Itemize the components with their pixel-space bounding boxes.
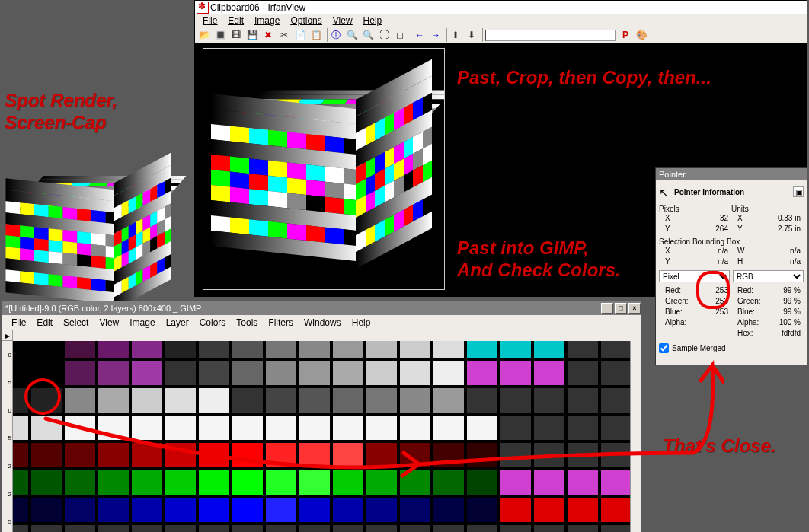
green-label: Green: <box>659 296 689 307</box>
thumbnail-area <box>0 145 194 297</box>
iv-paste-icon[interactable]: 📋 <box>309 28 324 42</box>
red-pct-value: 99 % <box>783 285 804 296</box>
gimp-menu-select[interactable]: Select <box>59 316 93 330</box>
iv-menu-edit[interactable]: Edit <box>223 15 248 26</box>
iv-zoomin-icon[interactable]: 🔍 <box>344 28 360 42</box>
alpha-pct-label: Alpha: <box>731 317 759 328</box>
gimp-menu-tools[interactable]: Tools <box>232 316 262 330</box>
gimp-menu-image[interactable]: Image <box>125 316 159 330</box>
gimp-ruler-vertical[interactable]: 0505225 <box>2 341 13 532</box>
iv-open-icon[interactable]: 📂 <box>197 28 212 42</box>
iv-menu-view[interactable]: View <box>328 15 357 26</box>
iv-menu-options[interactable]: Options <box>286 15 326 26</box>
iv-separator <box>480 28 483 42</box>
iv-copy-icon[interactable]: 📄 <box>293 28 308 42</box>
iv-menu-help[interactable]: Help <box>359 15 387 26</box>
iv-cut-icon[interactable]: ✂ <box>277 28 292 42</box>
iv-separator <box>408 28 411 42</box>
gimp-menu-layer[interactable]: Layer <box>161 316 193 330</box>
x-units-label: X <box>731 213 743 224</box>
x-label: X <box>659 213 670 224</box>
gimp-canvas[interactable] <box>13 341 630 532</box>
iv-zoomout-icon[interactable]: 🔍 <box>360 28 376 42</box>
iv-left-icon[interactable]: ← <box>412 28 427 42</box>
y-pixel-value: 264 <box>715 224 731 234</box>
blue-label: Blue: <box>659 307 683 317</box>
iv-menu-file[interactable]: File <box>198 15 222 26</box>
pixel-grid <box>13 341 630 532</box>
gimp-menu-filters[interactable]: Filters <box>264 316 298 330</box>
sel-x-value: n/a <box>718 246 731 256</box>
gimp-close-button[interactable]: × <box>628 303 641 314</box>
iv-right-icon[interactable]: → <box>428 28 443 42</box>
green-pct-value: 99 % <box>783 296 804 307</box>
gimp-menu-edit[interactable]: Edit <box>32 316 57 330</box>
sel-h-value: n/a <box>790 256 804 267</box>
rgb-mode-select[interactable]: RGB <box>733 270 804 282</box>
green-pct-label: Green: <box>731 296 761 307</box>
x-units-value: 0.33 in <box>778 213 804 224</box>
red-value: 253 <box>715 285 731 296</box>
gimp-ruler-origin[interactable]: ▸ <box>2 330 13 341</box>
irfanview-icon <box>197 2 209 14</box>
gimp-window: *[Untitled]-9.0 (RGB color, 2 layers) 80… <box>2 301 641 532</box>
hex-label: Hex: <box>731 328 753 339</box>
x-pixel-value: 32 <box>720 213 731 224</box>
iv-up-icon[interactable]: ⬆ <box>448 28 463 42</box>
pixel-mode-select[interactable]: Pixel <box>659 270 730 282</box>
iv-p-icon[interactable]: P <box>618 28 633 42</box>
iv-slideshow-icon[interactable]: 🎞 <box>229 28 244 42</box>
annotation-past-crop: Past, Crop, then Copy, then... <box>457 67 711 89</box>
hex-value: fdfdfd <box>782 328 804 339</box>
blue-pct-value: 99 % <box>783 307 804 317</box>
iv-menu-image[interactable]: Image <box>250 15 284 26</box>
gimp-menu-colors[interactable]: Colors <box>195 316 231 330</box>
pointer-collapse-button[interactable]: ▣ <box>793 186 804 197</box>
cube-render <box>203 49 444 289</box>
gimp-menu-file[interactable]: File <box>7 316 30 330</box>
pointer-titlebar[interactable]: Pointer <box>656 168 807 180</box>
gimp-maximize-button[interactable]: □ <box>615 303 627 314</box>
gimp-menu-help[interactable]: Help <box>347 316 376 330</box>
gimp-scrollbar-vertical[interactable] <box>630 341 641 532</box>
irfanview-toolbar: 📂 🔳 🎞 💾 ✖ ✂ 📄 📋 ⓘ 🔍 🔍 ⛶ ◻ ← → ⬆ ⬇ P 🎨 <box>195 27 807 43</box>
red-label: Red: <box>659 285 681 296</box>
gimp-menu-view[interactable]: View <box>94 316 123 330</box>
irfanview-canvas[interactable] <box>203 48 445 290</box>
red-pct-label: Red: <box>731 285 753 296</box>
iv-info-icon[interactable]: ⓘ <box>328 28 344 42</box>
sel-x-label: X <box>659 246 670 256</box>
y-units-value: 2.75 in <box>778 224 804 234</box>
iv-separator <box>325 28 328 42</box>
gimp-menubar: File Edit Select View Image Layer Colors… <box>2 315 641 330</box>
annotation-thats-close: That's Close. <box>663 435 775 457</box>
iv-onetoone-icon[interactable]: ◻ <box>392 28 408 42</box>
sample-merged-label: Sample Merged <box>672 344 726 352</box>
sel-y-value: n/a <box>718 256 731 267</box>
sel-h-label: H <box>731 256 743 267</box>
gimp-menu-windows[interactable]: Windows <box>299 316 346 330</box>
pixels-label: Pixels <box>659 205 731 213</box>
cursor-icon: ↖ <box>659 186 671 198</box>
blue-value: 253 <box>715 307 731 317</box>
iv-save-icon[interactable]: 💾 <box>245 28 260 42</box>
iv-delete-icon[interactable]: ✖ <box>261 28 276 42</box>
pointer-info-window: Pointer ↖ Pointer Information ▣ Pixels U… <box>655 167 807 365</box>
selection-label: Selection Bounding Box <box>659 237 804 246</box>
iv-url-input[interactable] <box>485 30 616 41</box>
blue-pct-label: Blue: <box>731 307 755 317</box>
sel-y-label: Y <box>659 256 670 267</box>
irfanview-titlebar[interactable]: Clipboard06 - IrfanView <box>195 1 807 14</box>
iv-fit-icon[interactable]: ⛶ <box>376 28 392 42</box>
iv-paint-icon[interactable]: 🎨 <box>634 28 649 42</box>
iv-thumb-icon[interactable]: 🔳 <box>213 28 228 42</box>
gimp-titlebar[interactable]: *[Untitled]-9.0 (RGB color, 2 layers) 80… <box>2 301 641 315</box>
y-units-label: Y <box>731 224 743 234</box>
gimp-minimize-button[interactable]: _ <box>601 303 613 314</box>
green-value: 253 <box>715 296 731 307</box>
iv-down-icon[interactable]: ⬇ <box>464 28 479 42</box>
sample-merged-checkbox[interactable] <box>659 343 669 353</box>
cube-thumbnail <box>0 145 145 259</box>
irfanview-menubar: File Edit Image Options View Help <box>195 14 807 27</box>
annotation-spot-render: Spot Render, Screen-Cap <box>5 90 117 134</box>
